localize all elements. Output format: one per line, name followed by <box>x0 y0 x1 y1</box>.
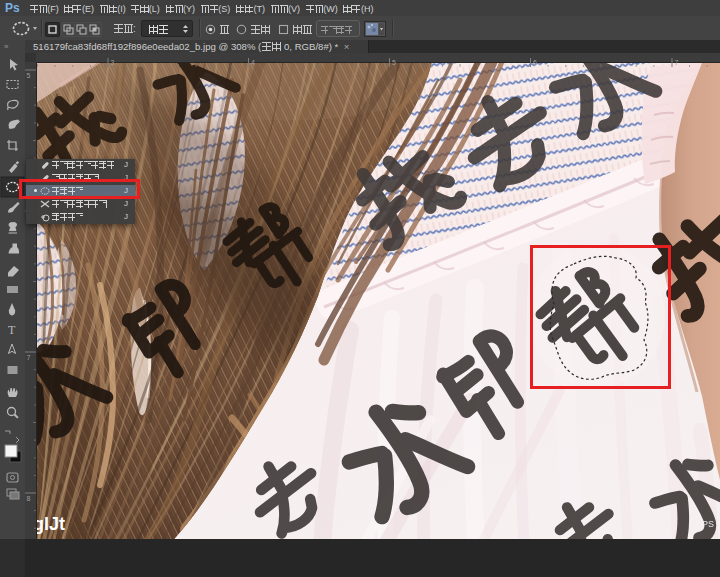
svg-text:PS: PS <box>702 519 714 529</box>
svg-text:3: 3 <box>111 59 115 66</box>
svg-text:8: 8 <box>27 495 31 502</box>
svg-text:4: 4 <box>251 59 255 66</box>
svg-text:6: 6 <box>533 59 537 66</box>
svg-text:5: 5 <box>27 72 31 79</box>
svg-text:T: T <box>8 323 16 337</box>
svg-text:IglJt: IglJt <box>36 514 65 534</box>
svg-text:7: 7 <box>675 59 679 66</box>
svg-text:5: 5 <box>392 59 396 66</box>
svg-text:7: 7 <box>27 354 31 361</box>
